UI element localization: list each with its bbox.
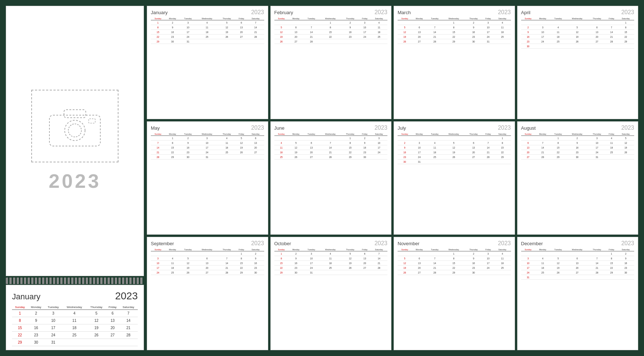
mini-calendar-table: SundayMondayTuesdayWednesdayThursdayFrid… <box>274 133 388 159</box>
mini-calendar-day: 26 <box>289 155 303 159</box>
mini-dow-header: Thursday <box>588 248 605 251</box>
mini-dow-header: Monday <box>412 133 427 136</box>
mini-dow-header: Wednesday <box>196 133 218 136</box>
mini-calendar-day: 4 <box>274 141 289 145</box>
mini-calendar-day: 7 <box>247 20 264 25</box>
mini-calendar-day: 12 <box>274 30 289 35</box>
mini-calendar-day: 31 <box>180 39 196 44</box>
mini-calendar-day: 28 <box>247 35 264 39</box>
mini-calendar-day: 9 <box>617 256 634 261</box>
mini-calendar-day: 9 <box>165 25 180 30</box>
mini-calendar-day: 15 <box>236 261 247 266</box>
mini-calendar-day: 12 <box>550 261 566 266</box>
mini-calendar-day: 12 <box>443 145 465 150</box>
mini-calendar-day: 18 <box>535 266 550 270</box>
monthly-grid: January2023SundayMondayTuesdayWednesdayT… <box>147 6 638 350</box>
mini-calendar-day <box>247 39 264 44</box>
mini-dow-header: Thursday <box>465 133 482 136</box>
mini-calendar-day: 3 <box>482 20 494 25</box>
calendar-day: 7 <box>119 310 138 317</box>
mini-calendar-day: 26 <box>274 39 289 44</box>
mini-dow-header: Monday <box>535 133 550 136</box>
mini-calendar-day: 12 <box>617 141 634 145</box>
calendar-day: 15 <box>12 324 28 332</box>
mini-dow-header: Monday <box>165 17 180 20</box>
mini-calendar-day: 2 <box>289 251 303 256</box>
mini-calendar-day: 10 <box>303 256 319 261</box>
mini-calendar-day: 2 <box>165 20 180 25</box>
mini-calendar-day <box>465 136 482 141</box>
mini-calendar-day: 21 <box>427 266 443 270</box>
mini-calendar-day: 7 <box>588 256 605 261</box>
mini-calendar-day <box>236 155 247 159</box>
mini-calendar-day: 19 <box>550 266 566 270</box>
mini-calendar-day: 28 <box>303 39 319 44</box>
mini-calendar-day: 3 <box>151 256 165 261</box>
mini-calendar-day: 7 <box>482 141 494 145</box>
mini-month-year: 2023 <box>498 9 511 16</box>
mini-calendar-day: 9 <box>398 145 412 150</box>
mini-calendar-day: 9 <box>180 141 196 145</box>
mini-calendar-day: 6 <box>196 256 218 261</box>
mini-calendar-day: 24 <box>482 35 494 39</box>
calendar-day: 24 <box>44 332 62 339</box>
mini-calendar-day: 23 <box>289 266 303 270</box>
mini-month-header: October2023 <box>274 240 388 247</box>
mini-calendar-day: 10 <box>196 141 218 145</box>
mini-calendar-day: 7 <box>218 256 236 261</box>
mini-calendar-day: 25 <box>494 35 511 39</box>
january-year: 2023 <box>115 290 138 302</box>
mini-dow-header: Saturday <box>617 133 634 136</box>
mini-calendar-day: 8 <box>274 256 289 261</box>
mini-calendar-day: 26 <box>180 270 196 275</box>
mini-calendar-table: SundayMondayTuesdayWednesdayThursdayFrid… <box>151 248 264 275</box>
mini-calendar-day: 24 <box>359 35 371 39</box>
mini-calendar-day: 14 <box>606 30 617 35</box>
mini-dow-header: Sunday <box>274 248 289 251</box>
mini-calendar-table: SundayMondayTuesdayWednesdayThursdayFrid… <box>521 17 635 49</box>
mini-cal-june: June2023SundayMondayTuesdayWednesdayThur… <box>270 121 392 235</box>
dow-tue: Tuesday <box>44 305 62 310</box>
mini-calendar-day: 10 <box>151 261 165 266</box>
mini-dow-header: Wednesday <box>443 133 465 136</box>
mini-calendar-day: 13 <box>465 145 482 150</box>
mini-calendar-day: 23 <box>465 266 482 270</box>
mini-calendar-day: 8 <box>606 256 617 261</box>
mini-calendar-day: 21 <box>247 30 264 35</box>
mini-calendar-day: 19 <box>180 266 196 270</box>
mini-calendar-table: SundayMondayTuesdayWednesdayThursdayFrid… <box>151 17 264 44</box>
calendar-day: 10 <box>44 317 62 324</box>
svg-rect-0 <box>49 115 100 146</box>
mini-calendar-day: 9 <box>566 141 588 145</box>
calendar-day: 6 <box>106 310 119 317</box>
mini-month-header: September2023 <box>151 240 264 247</box>
mini-cal-december: December2023SundayMondayTuesdayWednesday… <box>517 237 639 350</box>
mini-calendar-day: 1 <box>606 251 617 256</box>
mini-calendar-day: 23 <box>359 150 371 155</box>
mini-calendar-day <box>617 275 634 280</box>
mini-calendar-day <box>303 136 319 141</box>
mini-month-year: 2023 <box>251 240 264 247</box>
calendar-day: 5 <box>86 310 106 317</box>
mini-calendar-day: 26 <box>566 39 588 44</box>
mini-calendar-day <box>550 20 566 25</box>
mini-month-header: February2023 <box>274 9 388 16</box>
mini-calendar-day: 18 <box>371 30 387 35</box>
mini-calendar-day: 11 <box>218 141 236 145</box>
mini-calendar-day: 16 <box>341 30 359 35</box>
calendar-day: 30 <box>28 339 45 346</box>
mini-calendar-day: 3 <box>196 136 218 141</box>
mini-calendar-day <box>371 155 387 159</box>
mini-calendar-day: 7 <box>427 25 443 30</box>
mini-calendar-day: 2 <box>247 251 264 256</box>
mini-calendar-day: 16 <box>398 150 412 155</box>
calendar-day: 3 <box>44 310 62 317</box>
mini-calendar-day: 15 <box>550 145 566 150</box>
calendar-day: 27 <box>106 332 119 339</box>
calendar-day: 18 <box>62 324 87 332</box>
mini-calendar-day: 8 <box>494 141 511 145</box>
mini-calendar-day: 15 <box>165 145 180 150</box>
mini-cal-march: March2023SundayMondayTuesdayWednesdayThu… <box>394 6 515 119</box>
calendar-day <box>119 339 138 346</box>
mini-calendar-day: 27 <box>247 150 264 155</box>
